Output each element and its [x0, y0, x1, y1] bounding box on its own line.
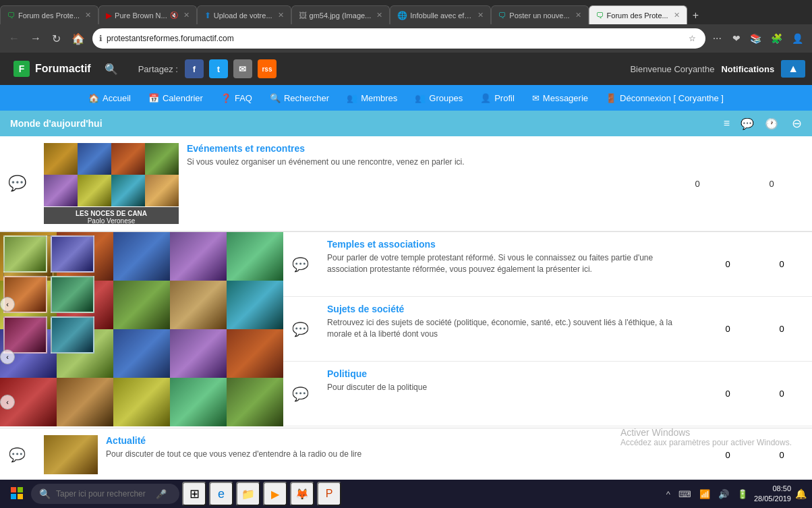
tab-6[interactable]: 🗨 Poster un nouve... ✕: [491, 5, 588, 24]
societe-icon: 💬: [292, 321, 309, 337]
tab-4[interactable]: 🖼 gm54.jpg (Image... ✕: [291, 5, 390, 24]
share-icons: f t ✉ rss: [185, 59, 277, 78]
calendar-icon: 📅: [148, 93, 159, 103]
societe-counts: 0 0: [697, 297, 812, 361]
politique-icon: 💬: [292, 386, 309, 402]
mosaic-left: ‹ ‹ ‹: [0, 232, 283, 428]
forum-actualite-desc: Pour discuter de tout ce que vous venez …: [106, 449, 361, 460]
forum-temples-row: 💬 Temples et associations Pour parler de…: [283, 232, 812, 297]
tab-2[interactable]: ▶ Pure Brown N... 🔇 ✕: [98, 5, 197, 24]
main-scroll[interactable]: Monde d'aujourd'hui ≡ 💬 🕐 ⊖ 💬: [0, 111, 812, 476]
nav-membres[interactable]: 👥 Membres: [340, 90, 404, 106]
nav-messagerie[interactable]: ✉ Messagerie: [525, 90, 595, 106]
nav-deconnexion[interactable]: 🚪 Déconnexion [ Coryanthe ]: [599, 90, 730, 106]
page-body: F Forumactif 🔍 Partagez : f t ✉ rss Bien…: [0, 53, 812, 476]
thumb-overlay: [3, 235, 94, 354]
tab-1[interactable]: 🗨 Forum des Prote... ✕: [0, 5, 98, 24]
nav-profil[interactable]: 👤 Profil: [473, 90, 521, 106]
m10: [227, 281, 283, 329]
actualite-text: Actualité Pour discuter de tout ce que v…: [106, 435, 361, 460]
collections-button[interactable]: ❤: [729, 32, 744, 45]
recent-column-icon: 🕐: [765, 117, 778, 130]
overflow-menu-button[interactable]: ···: [709, 31, 725, 46]
facebook-share-button[interactable]: f: [185, 59, 204, 78]
nav-calendrier[interactable]: 📅 Calendrier: [142, 90, 210, 106]
security-icon: ℹ: [99, 34, 103, 43]
replies-count: 0: [751, 179, 792, 189]
p8: [145, 175, 179, 206]
actualite-thumb: [44, 435, 98, 474]
politique-icon-cell: 💬: [283, 362, 317, 426]
temples-posts: 0: [718, 259, 738, 269]
upload-button[interactable]: ▲: [781, 60, 805, 78]
notifications-button[interactable]: Notifications: [721, 64, 774, 74]
forum-evenements-link[interactable]: Evénements et rencontres: [187, 143, 465, 154]
forum-societe-link[interactable]: Sujets de société: [327, 304, 687, 314]
share-label: Partagez :: [138, 64, 178, 74]
address-actions: ☆: [686, 32, 699, 45]
search-nav-icon: 🔍: [270, 93, 281, 103]
rss-button[interactable]: rss: [258, 59, 277, 78]
p6: [78, 175, 111, 206]
forum-actualite-link[interactable]: Actualité: [106, 435, 361, 446]
nav-accueil[interactable]: 🏠 Accueil: [82, 90, 138, 106]
forum-politique-row: 💬 Politique Pour discuter de la politiqu…: [283, 362, 812, 426]
bookmark-star-button[interactable]: ☆: [686, 32, 699, 45]
account-button[interactable]: 👤: [788, 32, 807, 45]
home-icon: 🏠: [88, 93, 99, 103]
nav-faq[interactable]: ❓ FAQ: [214, 90, 259, 106]
forum-icon-cell: 💬: [0, 136, 34, 231]
forward-button[interactable]: →: [27, 31, 45, 46]
forum-politique-desc: Pour discuter de la politique: [327, 382, 687, 393]
address-bar-row: ← → ↻ 🏠 ℹ protestantsreformes.forumactif…: [0, 24, 812, 53]
forum-main-content: LES NOCES DE CANA Paolo Veronese Evéneme…: [34, 136, 657, 231]
nav-groupes[interactable]: 👥 Groupes: [408, 90, 469, 106]
bookmark-list-button[interactable]: 📚: [747, 32, 765, 45]
collapse-button[interactable]: ⊖: [792, 116, 802, 131]
forum-temples-desc: Pour parler de votre temple protestant r…: [327, 252, 687, 275]
nav-messagerie-label: Messagerie: [543, 93, 588, 103]
m4: [170, 232, 227, 281]
tab-3[interactable]: ⬆ Upload de votre... ✕: [197, 5, 291, 24]
actualite-counts: 0 0: [697, 428, 812, 476]
search-button[interactable]: 🔍: [105, 63, 118, 76]
profil-icon: 👤: [480, 93, 491, 103]
nav-rechercher[interactable]: 🔍 Rechercher: [263, 90, 336, 106]
nav-calendrier-label: Calendrier: [163, 93, 203, 103]
tab-bar: 🗨 Forum des Prote... ✕ ▶ Pure Brown N...…: [0, 0, 812, 24]
tab-5[interactable]: 🌐 Infobulle avec eff... ✕: [390, 5, 491, 24]
new-tab-button[interactable]: +: [687, 7, 704, 24]
address-box[interactable]: ℹ protestantsreformes.forumactif.com ☆: [92, 28, 705, 49]
browser-chrome: 🗨 Forum des Prote... ✕ ▶ Pure Brown N...…: [0, 0, 812, 53]
back-button[interactable]: ←: [5, 31, 23, 46]
forum-temples-link[interactable]: Temples et associations: [327, 239, 687, 250]
scroll-up-3[interactable]: ‹: [0, 395, 15, 410]
posts-count: 0: [677, 179, 718, 189]
logout-icon: 🚪: [606, 93, 616, 103]
actualite-icon: 💬: [9, 447, 26, 463]
forum-evenements-desc: Si vous voulez organiser un événement ou…: [187, 157, 465, 168]
reload-button[interactable]: ↻: [49, 31, 64, 47]
email-share-button[interactable]: ✉: [233, 59, 252, 78]
url-text: protestantsreformes.forumactif.com: [107, 34, 682, 43]
thumb-2: [51, 235, 94, 273]
membres-icon: 👥: [347, 93, 357, 103]
groupes-icon: 👥: [415, 93, 426, 103]
nav-rechercher-label: Rechercher: [284, 93, 329, 103]
m14: [170, 329, 227, 378]
actualite-replies: 0: [772, 450, 792, 460]
scroll-up-2[interactable]: ‹: [0, 349, 15, 364]
tab-7-active[interactable]: 🗨 Forum des Prote... ✕: [589, 5, 687, 24]
extensions-button[interactable]: 🧩: [767, 32, 786, 45]
forum-politique-link[interactable]: Politique: [327, 368, 687, 379]
thumb-1: [3, 235, 47, 273]
nav-groupes-label: Groupes: [429, 93, 463, 103]
twitter-share-button[interactable]: t: [209, 59, 228, 78]
m13: [113, 329, 170, 378]
m20: [227, 378, 283, 426]
m19: [170, 378, 227, 426]
temples-counts: 0 0: [697, 232, 812, 296]
p1: [44, 143, 78, 175]
home-button[interactable]: 🏠: [68, 31, 88, 47]
scroll-up-1[interactable]: ‹: [0, 297, 15, 312]
